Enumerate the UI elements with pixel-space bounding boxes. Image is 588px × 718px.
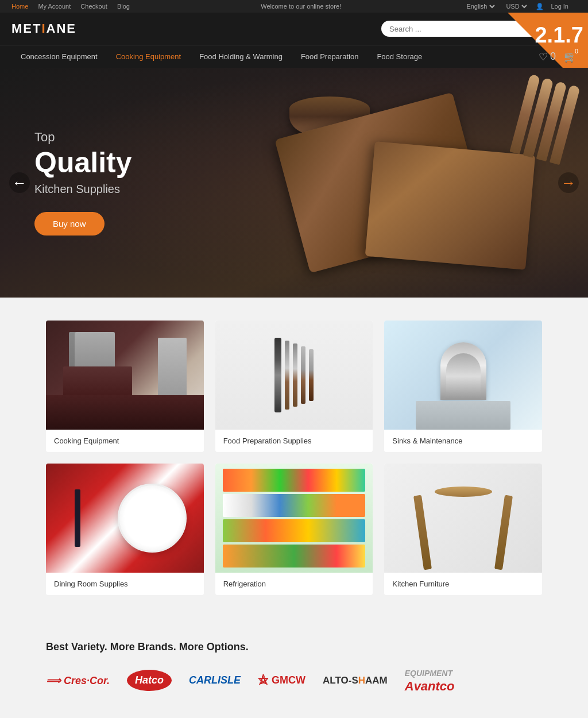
- brand-hatco[interactable]: Hatco: [127, 670, 172, 691]
- hero-prev-arrow[interactable]: ←: [9, 172, 30, 193]
- product-card-sinks[interactable]: Sinks & Maintenance: [384, 321, 542, 452]
- product-grid-top: Cooking Equipment Food Preparation Suppl…: [46, 321, 542, 452]
- spatula-shape: [274, 338, 281, 412]
- hero-imagery: [198, 68, 588, 298]
- nav-preparation[interactable]: Food Preparation: [292, 45, 368, 68]
- nav-storage[interactable]: Food Storage: [368, 45, 431, 68]
- knife-shape-4: [309, 349, 314, 401]
- refrigeration-img-bg: [215, 464, 373, 573]
- fork-shape: [75, 489, 80, 547]
- nav-cooking[interactable]: Cooking Equipment: [107, 45, 190, 68]
- logo: METIANE: [11, 21, 76, 36]
- cart-icon-item[interactable]: 🛒 0: [564, 51, 577, 63]
- brand-gmcw[interactable]: ⛤ GMCW: [258, 674, 305, 687]
- product-label-refrigeration: Refrigeration: [215, 573, 373, 595]
- brand-altoshaam[interactable]: ALTO-SHAAM: [323, 675, 388, 686]
- cart-count-badge: 0: [572, 47, 581, 56]
- currency-select[interactable]: USD: [504, 2, 529, 10]
- plate-shape: [118, 484, 187, 553]
- product-card-refrigeration[interactable]: Refrigeration: [215, 464, 373, 595]
- header: METIANE 🔍 2.1.7: [0, 13, 588, 45]
- wood-board-2-decoration: [365, 141, 535, 270]
- login-link[interactable]: Log In: [551, 3, 568, 10]
- brands-logos: ⟹ Cres·Cor. Hatco CARLISLE ⛤ GMCW ALTO-S…: [46, 667, 542, 694]
- brand-crescor[interactable]: ⟹ Cres·Cor.: [46, 674, 110, 687]
- logo-highlight: I: [41, 21, 46, 36]
- brands-section: Best Variety. More Brands. More Options.…: [0, 630, 588, 718]
- fridge-shelf-4: [223, 545, 365, 568]
- knife-shape-3: [301, 346, 305, 404]
- appliance-shape-2: [63, 366, 132, 412]
- top-bar-nav: Home My Account Checkout Blog: [11, 3, 138, 10]
- stool-top-shape: [435, 487, 492, 497]
- knife-shape-1: [285, 341, 289, 410]
- heart-icon: ♡: [539, 51, 548, 63]
- nav-myaccount[interactable]: My Account: [38, 3, 71, 10]
- nav-blog[interactable]: Blog: [117, 3, 130, 10]
- fridge-shelf-2: [223, 494, 365, 517]
- user-icon: 👤: [536, 3, 544, 10]
- stool-leg-2-shape: [494, 495, 513, 570]
- product-section: Cooking Equipment Food Preparation Suppl…: [0, 298, 588, 630]
- wishlist-count: 0: [550, 51, 556, 63]
- nav-holding[interactable]: Food Holding & Warming: [190, 45, 292, 68]
- product-img-refrigeration: [215, 464, 373, 573]
- dining-img-bg: [46, 464, 204, 573]
- product-label-cooking: Cooking Equipment: [46, 430, 204, 452]
- furniture-img-bg: [384, 464, 542, 573]
- brands-title: Best Variety. More Brands. More Options.: [46, 641, 542, 653]
- cooking-img-bg: [46, 321, 204, 430]
- product-label-furniture: Kitchen Furniture: [384, 573, 542, 595]
- fridge-shelf-3: [223, 519, 365, 542]
- product-label-dining: Dining Room Supplies: [46, 573, 204, 595]
- avantco-name: Avantco: [405, 679, 455, 693]
- product-img-furniture: [384, 464, 542, 573]
- hero-section: ← Top Quality Kitchen Supplies Buy now →: [0, 68, 588, 298]
- nav-home[interactable]: Home: [11, 3, 28, 10]
- welcome-message: Welcome to our online store!: [261, 3, 341, 10]
- nav-checkout[interactable]: Checkout: [80, 3, 107, 10]
- nav-concession[interactable]: Concession Equipment: [11, 45, 107, 68]
- brand-avantco[interactable]: EQUIPMENT Avantco: [405, 667, 455, 694]
- foodprep-img-bg: [215, 321, 373, 430]
- product-card-foodprep[interactable]: Food Preparation Supplies: [215, 321, 373, 452]
- avantco-equipment-label: EQUIPMENT: [405, 669, 452, 678]
- product-card-dining[interactable]: Dining Room Supplies: [46, 464, 204, 595]
- sink-basin-shape: [416, 401, 510, 430]
- hero-title: Quality: [34, 148, 131, 177]
- fridge-shelf-1: [223, 469, 365, 492]
- knife-shape-2: [293, 343, 297, 407]
- product-img-dining: [46, 464, 204, 573]
- product-grid-bottom: Dining Room Supplies Refrigeration: [46, 464, 542, 595]
- sinks-img-bg: [384, 321, 542, 430]
- product-label-sinks: Sinks & Maintenance: [384, 430, 542, 452]
- product-card-cooking[interactable]: Cooking Equipment: [46, 321, 204, 452]
- top-bar-right: English USD 👤 Log In: [464, 2, 577, 10]
- hero-next-arrow[interactable]: →: [558, 172, 579, 193]
- version-number: 2.1.7: [535, 23, 583, 48]
- hero-subtitle: Top: [34, 130, 131, 145]
- product-img-sinks: [384, 321, 542, 430]
- altoshaam-highlight: H: [358, 675, 365, 686]
- product-img-cooking: [46, 321, 204, 430]
- crescor-arrow-icon: ⟹: [46, 675, 61, 686]
- faucet-shape: [440, 342, 486, 400]
- hero-description: Kitchen Supplies: [34, 183, 131, 196]
- wishlist-icon-item[interactable]: ♡ 0: [539, 51, 556, 63]
- main-nav: Concession Equipment Cooking Equipment F…: [0, 45, 588, 68]
- stool-leg-1-shape: [413, 495, 432, 570]
- product-label-foodprep: Food Preparation Supplies: [215, 430, 373, 452]
- nav-links: Concession Equipment Cooking Equipment F…: [11, 45, 431, 68]
- appliance-shape-3: [158, 338, 187, 430]
- wood-spoons-decoration: [509, 74, 580, 165]
- language-select[interactable]: English: [464, 2, 497, 10]
- gmcw-icon: ⛤: [258, 674, 269, 687]
- hero-cta-button[interactable]: Buy now: [34, 212, 105, 236]
- brand-carlisle[interactable]: CARLISLE: [189, 674, 241, 686]
- product-img-foodprep: [215, 321, 373, 430]
- product-card-furniture[interactable]: Kitchen Furniture: [384, 464, 542, 595]
- top-bar: Home My Account Checkout Blog Welcome to…: [0, 0, 588, 13]
